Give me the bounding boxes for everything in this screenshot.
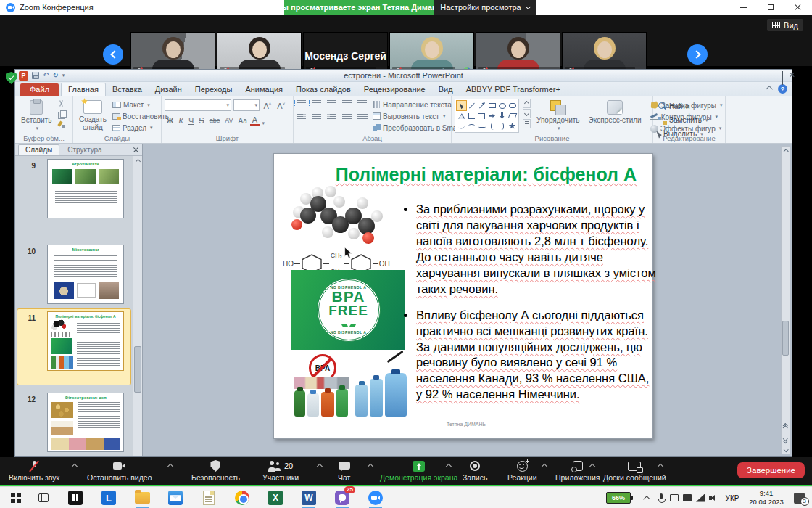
tab-home[interactable]: Главная — [61, 83, 106, 96]
increase-indent-button[interactable] — [342, 100, 352, 107]
record-button[interactable]: Запись — [463, 460, 487, 482]
numbering-button[interactable] — [312, 100, 321, 107]
tray-display-icon[interactable] — [682, 487, 693, 508]
minimize-button[interactable] — [729, 0, 757, 15]
copy-button[interactable] — [57, 110, 67, 118]
shapes-gallery-scroll[interactable] — [523, 99, 531, 128]
tab-view[interactable]: Вид — [432, 83, 460, 96]
minimize-ribbon-button[interactable] — [766, 86, 773, 93]
strikethrough-button[interactable]: abc — [207, 115, 222, 126]
slide-thumbnail-12[interactable]: Фітоестрогени: соя — [47, 393, 124, 452]
shape-elbow[interactable] — [467, 111, 476, 120]
panel-tab-slides[interactable]: Слайды — [18, 144, 59, 155]
shape-select[interactable] — [457, 101, 466, 110]
shape-star[interactable] — [508, 121, 517, 131]
scroll-left-button[interactable] — [103, 44, 123, 65]
view-button[interactable]: Вид — [767, 19, 803, 31]
taskbar-app-l[interactable]: L — [100, 490, 117, 506]
font-size-combo[interactable]: ▾ — [233, 99, 260, 111]
cut-button[interactable] — [57, 100, 67, 108]
taskbar-excel[interactable]: X — [267, 490, 284, 506]
slide-thumbnail-10[interactable]: Мікотоксини — [47, 245, 124, 304]
shapes-gallery[interactable] — [455, 99, 519, 133]
panel-scrollbar-thumb[interactable] — [134, 346, 141, 393]
main-scrollbar[interactable] — [781, 146, 790, 454]
shape-brace-left[interactable] — [487, 121, 497, 131]
network-icon[interactable] — [695, 487, 706, 508]
gallery-down-button[interactable] — [523, 109, 531, 118]
slide-thumbnail-9[interactable]: Агрохімікати — [47, 159, 124, 218]
share-screen-button[interactable]: Демонстрация экрана — [380, 460, 457, 482]
taskbar-zoom[interactable] — [367, 490, 384, 506]
tab-slideshow[interactable]: Показ слайдов — [289, 83, 357, 96]
stop-video-button[interactable]: Остановить видео — [87, 460, 152, 482]
quick-styles-button[interactable]: Экспресс-стили — [586, 99, 645, 133]
end-meeting-button[interactable]: Завершение — [737, 462, 805, 478]
shape-block-arrow-down[interactable] — [497, 111, 507, 120]
tray-expand-button[interactable] — [641, 487, 654, 508]
align-center-button[interactable] — [312, 112, 321, 119]
taskbar-word[interactable]: W — [300, 490, 318, 506]
slide-thumbnail-11[interactable]: Полімерні матеріали: бісфенол А — [47, 311, 124, 371]
reactions-button[interactable]: Реакции — [508, 460, 537, 482]
shadow-button[interactable]: S — [197, 115, 206, 126]
shape-rectangle[interactable] — [487, 101, 497, 110]
decrease-indent-button[interactable] — [327, 100, 336, 107]
help-button[interactable]: ? — [778, 84, 787, 94]
tab-insert[interactable]: Вставка — [106, 83, 149, 96]
underline-button[interactable]: Ч — [186, 115, 195, 126]
panel-scrollbar[interactable] — [133, 156, 142, 456]
chat-button[interactable]: Чат — [338, 460, 350, 482]
bold-button[interactable]: Ж — [165, 115, 175, 126]
volume-icon[interactable] — [708, 487, 719, 508]
shape-oval[interactable] — [497, 101, 507, 110]
shape-triangle[interactable] — [457, 111, 466, 120]
previous-slide-button[interactable] — [784, 424, 787, 429]
taskbar-mail[interactable] — [167, 490, 184, 506]
security-button[interactable]: Безопасность — [191, 460, 240, 482]
shape-curve[interactable] — [467, 121, 476, 131]
replace-button[interactable]: Заменить▾ — [658, 115, 722, 126]
view-settings-button[interactable]: Настройки просмотра — [434, 0, 536, 15]
reset-button[interactable]: Восстановить — [112, 112, 169, 122]
next-slide-button[interactable] — [784, 437, 787, 442]
shape-parallelogram[interactable] — [508, 111, 517, 120]
whiteboards-button[interactable]: Доски сообщений — [603, 460, 666, 482]
task-view-button[interactable] — [35, 490, 52, 506]
paste-button[interactable]: Вставить ▾ — [18, 99, 54, 133]
shrink-font-button[interactable]: A˅ — [276, 99, 287, 112]
undo-button[interactable]: ↶ — [43, 72, 49, 79]
participants-options-chevron[interactable] — [317, 464, 323, 470]
save-button[interactable] — [32, 72, 39, 79]
align-left-button[interactable] — [297, 112, 306, 119]
chat-options-chevron[interactable] — [368, 464, 373, 470]
shape-scribble[interactable] — [457, 121, 466, 131]
ppt-restore-button[interactable] — [782, 72, 783, 85]
qat-dropdown-button[interactable]: ▾ — [62, 73, 65, 78]
shape-rounded-rect[interactable] — [508, 101, 517, 110]
panel-tab-outline[interactable]: Структура — [61, 145, 108, 155]
video-options-chevron[interactable] — [167, 464, 173, 470]
scroll-up-button[interactable] — [783, 148, 789, 154]
mute-options-chevron[interactable] — [72, 464, 78, 470]
change-case-button[interactable]: Aa — [236, 115, 249, 126]
layout-button[interactable]: Макет▾ — [112, 100, 169, 110]
taskbar-chrome[interactable] — [233, 490, 251, 506]
tray-mic-icon[interactable] — [655, 487, 667, 508]
tray-app-icon[interactable] — [668, 487, 680, 508]
char-spacing-button[interactable]: AV — [223, 115, 235, 126]
grow-font-button[interactable]: A˄ — [262, 99, 273, 112]
bullets-button[interactable] — [297, 100, 306, 107]
shape-brace-right[interactable] — [497, 121, 507, 131]
tab-design[interactable]: Дизайн — [149, 83, 188, 96]
clock[interactable]: 9:41 20.04.2023 — [745, 487, 787, 508]
apps-button[interactable]: Приложения — [555, 460, 600, 482]
gallery-up-button[interactable] — [523, 99, 531, 108]
mute-button[interactable]: Включить звук — [9, 460, 59, 482]
redo-button[interactable]: ↻ — [52, 72, 58, 79]
participants-button[interactable]: 20 Участники — [262, 460, 299, 482]
language-indicator[interactable]: УКР — [722, 487, 742, 508]
taskbar-file-explorer[interactable] — [133, 490, 151, 506]
line-spacing-button[interactable] — [357, 100, 367, 107]
find-button[interactable]: Найти — [658, 101, 722, 112]
